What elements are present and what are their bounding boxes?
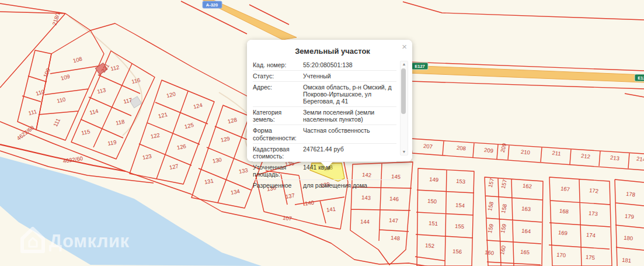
field-value: Земли поселений (земли населенных пункто… [301, 109, 396, 123]
parcel-label[interactable]: 141 [326, 206, 336, 213]
highway-badge-e127-right: E127 [635, 74, 644, 81]
close-icon[interactable]: × [402, 42, 407, 51]
parcel-label[interactable]: 154 [455, 202, 465, 209]
parcel-label[interactable]: 140 [304, 199, 314, 207]
highway-badge-e127-left: E127 [412, 63, 428, 70]
parcel-label[interactable]: 144 [360, 218, 370, 225]
parcel-label[interactable]: 165 [520, 248, 530, 255]
parcel-label[interactable]: 168 [559, 208, 569, 215]
field-row-area: Уточненная площадь: 1441 кв.м [253, 162, 396, 180]
parcel-label[interactable]: 208 [457, 144, 467, 152]
field-label: Разрешенное [253, 182, 301, 189]
field-row-land-category: Категория земель: Земли поселений (земли… [253, 107, 396, 125]
field-value: Учтенный [301, 72, 396, 80]
field-row-status: Статус: Учтенный [253, 71, 396, 82]
field-label: Уточненная площадь: [253, 164, 301, 178]
parcel-label[interactable]: 180 [624, 234, 633, 241]
parcel-label[interactable]: 149 [429, 176, 439, 183]
field-value: 55:20:080501:138 [301, 61, 396, 68]
field-label: Форма собственности: [253, 127, 301, 141]
parcel-label[interactable]: 163 [521, 205, 531, 212]
field-value: Частная собственность [301, 127, 396, 141]
parcel-label[interactable]: 214 [636, 156, 644, 163]
parcel-label[interactable]: 172 [589, 186, 599, 194]
parcel-info-popup: × Земельный участок Кад. номер: 55:20:08… [247, 40, 412, 161]
field-value: для размещения дома [301, 182, 396, 189]
parcel-label[interactable]: 175 [586, 254, 596, 261]
parcel-label[interactable]: 152 [425, 242, 434, 249]
parcel-label[interactable]: 169 [558, 229, 568, 237]
parcel-label[interactable]: 164 [521, 227, 531, 234]
field-label: Статус: [253, 72, 301, 80]
field-label: Кад. номер: [253, 61, 301, 68]
parcel-label[interactable]: 107 [283, 215, 293, 222]
parcel-label[interactable]: 211 [552, 150, 561, 157]
parcel-label[interactable]: 143 [361, 194, 371, 201]
parcel-label[interactable]: 207 [423, 143, 433, 150]
popup-scrollbar[interactable]: ▲ ▼ [400, 61, 408, 156]
parcel-label[interactable]: 210 [521, 148, 531, 156]
field-row-permitted-use: Разрешенное для размещения дома [253, 180, 396, 191]
field-label: Адрес: [253, 84, 301, 105]
parcel-label[interactable]: 181 [622, 257, 632, 264]
parcel-label[interactable]: 155 [455, 223, 465, 230]
parcel-label[interactable]: 167 [561, 185, 570, 192]
parcel-label[interactable]: 209 [484, 147, 494, 154]
a320-badge-label: А-320 [206, 2, 218, 8]
parcel-label[interactable]: 173 [589, 210, 598, 217]
parcel-label[interactable]: 179 [625, 213, 635, 220]
field-value: 247621.44 руб [301, 146, 396, 160]
scroll-up-icon[interactable]: ▲ [401, 61, 408, 67]
field-row-cadastral-value: Кадастровая стоимость: 247621.44 руб [253, 144, 396, 162]
field-row-address: Адрес: Омская область, р-н Омский, д Пок… [253, 82, 396, 107]
field-label: Категория земель: [253, 109, 301, 123]
parcel-label[interactable]: 151 [429, 220, 438, 227]
parcel-label[interactable]: 174 [586, 232, 596, 239]
parcel-label[interactable]: 212 [581, 153, 591, 160]
highway-badge-a320: А-320 [203, 1, 222, 8]
field-value: Омская область, р-н Омский, д Покрово-Ир… [301, 84, 396, 105]
field-label: Кадастровая стоимость: [253, 146, 301, 160]
scroll-down-icon[interactable]: ▼ [401, 149, 408, 155]
parcel-label[interactable]: 148 [391, 234, 400, 241]
e127-left-badge-label: E127 [415, 64, 425, 69]
parcel-label[interactable]: 156 [452, 248, 462, 255]
parcel-label[interactable]: 170 [556, 251, 566, 258]
parcel-label[interactable]: 147 [389, 217, 398, 224]
parcel-label[interactable]: 146 [389, 195, 399, 202]
parcel-label[interactable]: 153 [456, 178, 466, 185]
scrollbar-thumb[interactable] [401, 68, 406, 114]
parcel-label[interactable]: 213 [610, 154, 620, 162]
popup-title: Земельный участок [253, 44, 412, 60]
parcel-fields: Кад. номер: 55:20:080501:138 Статус: Учт… [253, 60, 396, 191]
parcel-label[interactable]: 150 [427, 198, 437, 205]
parcel-label[interactable]: 160 [485, 248, 495, 256]
field-value: 1441 кв.м [301, 164, 396, 178]
brand-wordmark: Домклик [49, 231, 130, 251]
field-row-ownership: Форма собственности: Частная собственнос… [253, 125, 396, 143]
parcel-label[interactable]: 178 [626, 190, 636, 198]
field-row-cad-number: Кад. номер: 55:20:080501:138 [253, 60, 396, 71]
e127-right-badge-label: E127 [638, 75, 644, 81]
parcel-label[interactable]: 162 [523, 182, 532, 190]
